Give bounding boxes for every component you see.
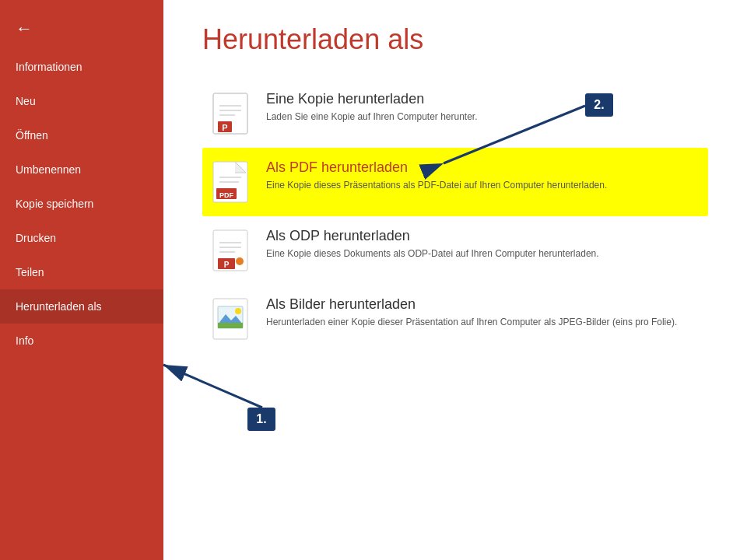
image-icon <box>210 296 251 341</box>
svg-text:P: P <box>222 123 227 132</box>
svg-point-21 <box>235 308 241 314</box>
option-item-kopie[interactable]: P Eine Kopie herunterladen Laden Sie ein… <box>202 79 708 148</box>
sidebar-item-kopie-speichern[interactable]: Kopie speichern <box>0 187 163 221</box>
sidebar-item-teilen[interactable]: Teilen <box>0 255 163 289</box>
page-title: Herunterladen als <box>202 23 708 56</box>
sidebar-item-drucken[interactable]: Drucken <box>0 221 163 255</box>
option-item-pdf[interactable]: PDF Als PDF herunterladen Eine Kopie die… <box>202 148 708 216</box>
sidebar: ← InformationenNeuÖffnenUmbenennenKopie … <box>0 0 163 560</box>
option-title-bilder: Als Bilder herunterladen <box>266 296 677 313</box>
pptx-icon: P <box>210 91 251 136</box>
sidebar-item-herunterladen-als[interactable]: Herunterladen als <box>0 289 163 324</box>
option-title-kopie: Eine Kopie herunterladen <box>266 91 478 107</box>
options-list: P Eine Kopie herunterladen Laden Sie ein… <box>202 79 708 353</box>
option-item-bilder[interactable]: Als Bilder herunterladen Herunterladen e… <box>202 285 708 353</box>
option-item-odp[interactable]: P Als ODP herunterladen Eine Kopie diese… <box>202 216 708 285</box>
sidebar-item-umbenennen[interactable]: Umbenennen <box>0 152 163 187</box>
back-arrow-icon: ← <box>16 19 33 39</box>
main-content: Herunterladen als P Eine Kopie herunterl… <box>163 0 747 560</box>
sidebar-item-informationen[interactable]: Informationen <box>0 50 163 84</box>
svg-text:P: P <box>224 261 230 269</box>
svg-point-18 <box>236 257 244 265</box>
option-desc-kopie: Laden Sie eine Kopie auf Ihren Computer … <box>266 110 478 124</box>
svg-rect-22 <box>218 323 243 328</box>
option-title-odp: Als ODP herunterladen <box>266 228 599 244</box>
option-title-pdf: Als PDF herunterladen <box>266 159 607 176</box>
sidebar-item-neu[interactable]: Neu <box>0 84 163 118</box>
option-desc-pdf: Eine Kopie dieses Präsentations als PDF-… <box>266 179 607 192</box>
back-button[interactable]: ← <box>0 8 163 50</box>
pdf-icon: PDF <box>210 159 251 205</box>
option-desc-bilder: Herunterladen einer Kopie dieser Präsent… <box>266 316 677 329</box>
sidebar-item-oeffnen[interactable]: Öffnen <box>0 118 163 152</box>
sidebar-item-info[interactable]: Info <box>0 324 163 358</box>
svg-text:PDF: PDF <box>219 191 234 199</box>
option-desc-odp: Eine Kopie dieses Dokuments als ODP-Date… <box>266 247 599 261</box>
odp-icon: P <box>210 228 251 273</box>
